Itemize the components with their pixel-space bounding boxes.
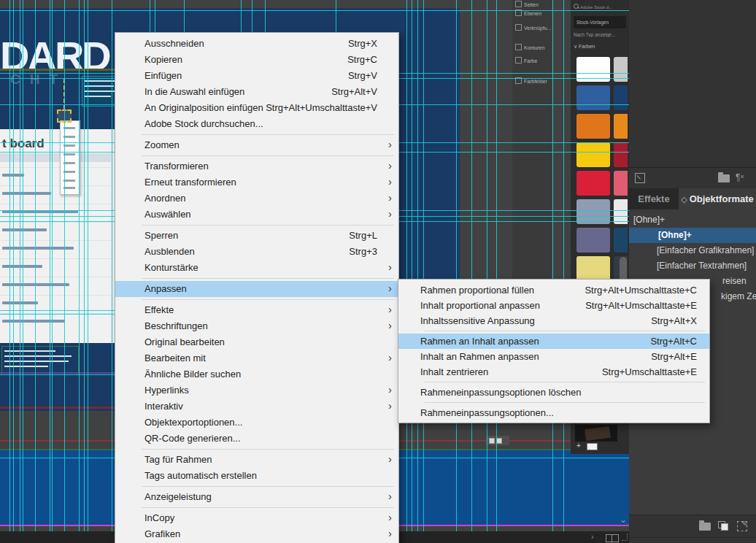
mini-asset-thumbnail [575, 425, 617, 442]
tab-objektformate[interactable]: ◇Objektformate [679, 188, 756, 209]
menu-separator [115, 153, 398, 158]
menu-separator [398, 380, 709, 385]
mini-dock-item-seiten: Seiten [515, 1, 539, 8]
menu-item-inhalt-proportional-anpassen[interactable]: Inhalt proportional anpassenStrg+Alt+Ums… [398, 298, 709, 313]
menu-item-anzeigeleistung[interactable]: Anzeigeleistung› [115, 489, 398, 505]
menu-item-qr-code-generieren[interactable]: QR-Code generieren... [115, 431, 398, 447]
menu-item-zoomen[interactable]: Zoomen› [115, 137, 398, 153]
menu-item-adobe-stock-durchsuchen[interactable]: Adobe Stock durchsuchen... [115, 116, 398, 132]
redefine-style-icon[interactable] [737, 521, 747, 531]
submenu-arrow-icon: › [388, 525, 392, 542]
menu-item-ausblenden[interactable]: AusblendenStrg+3 [115, 244, 398, 260]
menu-item-original-bearbeiten[interactable]: Original bearbeiten [115, 334, 398, 350]
vertical-guide [552, 0, 553, 531]
menu-item-konturstärke[interactable]: Konturstärke› [115, 260, 398, 276]
clear-overrides-icon[interactable]: ¶× [736, 173, 744, 182]
menu-item-beschriftungen[interactable]: Beschriftungen› [115, 318, 398, 334]
submenu-arrow-icon: › [388, 317, 392, 334]
menu-item-label: InCopy [144, 510, 174, 526]
menu-separator [398, 400, 709, 405]
vertical-guide [20, 0, 20, 531]
resize-grip-icon[interactable] [622, 534, 628, 541]
relink-icon[interactable] [635, 173, 645, 183]
menu-item-inhalt-zentrieren[interactable]: Inhalt zentrierenStrg+Umschalttaste+E [398, 364, 709, 380]
menu-item-interaktiv[interactable]: Interaktiv› [115, 398, 398, 415]
menu-item-in-die-auswahl-einfügen[interactable]: In die Auswahl einfügenStrg+Alt+V [115, 84, 398, 100]
menu-item-tag-für-rahmen[interactable]: Tag für Rahmen› [115, 452, 398, 468]
menu-item-label: Rahmeneinpassungsoptionen löschen [420, 385, 581, 400]
color-swatch [576, 256, 610, 281]
menu-item-label: Anordnen [144, 190, 185, 207]
color-swatch [614, 228, 628, 253]
new-object-style-icon[interactable] [718, 521, 728, 530]
color-swatch [576, 114, 610, 139]
mini-dock-item-farbe: Farbe [515, 57, 537, 64]
mini-table-line [0, 222, 111, 223]
menu-item-einfügen[interactable]: EinfügenStrg+V [115, 68, 398, 84]
object-style-row-einfacher-textrahmen[interactable]: [Einfacher Textrahmen] [629, 258, 756, 274]
menu-item-sperren[interactable]: SperrenStrg+L [115, 228, 398, 244]
new-style-group-icon[interactable] [699, 523, 711, 531]
menu-item-label: Tag für Rahmen [144, 452, 212, 468]
spread-view-icon[interactable] [606, 534, 619, 542]
menu-item-rahmen-an-inhalt-anpassen[interactable]: Rahmen an Inhalt anpassenStrg+Alt+C [398, 334, 709, 349]
mini-dropdown-popup [60, 120, 80, 195]
menu-item-ähnliche-bilder-suchen[interactable]: Ähnliche Bilder suchen [115, 366, 398, 382]
menu-item-label: Hyperlinks [144, 382, 189, 398]
mini-table-line [0, 204, 111, 204]
menu-item-kopieren[interactable]: KopierenStrg+C [115, 52, 398, 68]
vertical-guide [52, 0, 53, 531]
menu-item-ausschneiden[interactable]: AusschneidenStrg+X [115, 36, 398, 52]
next-page-icon[interactable]: › [591, 532, 594, 541]
menu-item-shortcut: Strg+X [348, 36, 377, 52]
mini-stock-button: Stock-Vorlagen [574, 16, 626, 28]
menu-item-shortcut: Strg+3 [349, 244, 377, 260]
color-swatch [576, 228, 610, 253]
submenu-arrow-icon: › [388, 259, 392, 275]
submenu-arrow-icon: › [388, 509, 392, 525]
folder-icon[interactable] [718, 174, 730, 182]
menu-separator [115, 297, 398, 302]
menu-item-tags-automatisch-erstellen[interactable]: Tags automatisch erstellen [115, 468, 398, 484]
menu-item-shortcut: Strg+Alt+Umschalttaste+C [585, 282, 697, 298]
menu-item-label: Rahmen proportional füllen [420, 282, 534, 298]
object-style-row-einfacher-grafikrahmen[interactable]: [Einfacher Grafikrahmen] [629, 243, 756, 258]
menu-item-label: Inhalt zentrieren [420, 364, 488, 380]
menu-item-hyperlinks[interactable]: Hyperlinks› [115, 382, 398, 398]
menu-item-bearbeiten-mit[interactable]: Bearbeiten mit› [115, 350, 398, 366]
menu-item-label: Sperren [144, 228, 178, 244]
menu-item-label: Transformieren [144, 158, 209, 174]
menu-item-shortcut: Strg+Alt+V [331, 84, 377, 100]
mini-table-text [2, 320, 65, 323]
menu-item-inhaltssensitive-anpassung[interactable]: Inhaltssensitive AnpassungStrg+Alt+X [398, 313, 709, 328]
menu-item-rahmeneinpassungsoptionen-löschen[interactable]: Rahmeneinpassungsoptionen löschen [398, 385, 709, 400]
menu-item-rahmen-proportional-füllen[interactable]: Rahmen proportional füllenStrg+Alt+Umsch… [398, 282, 709, 298]
menu-separator [115, 132, 398, 137]
menu-item-effekte[interactable]: Effekte› [115, 302, 398, 318]
menu-item-an-originalposition-einfügen[interactable]: An Originalposition einfügenStrg+Alt+Ums… [115, 100, 398, 116]
menu-item-objektexportoptionen[interactable]: Objektexportoptionen... [115, 415, 398, 431]
menu-item-label: Original bearbeiten [144, 334, 225, 350]
scroll-down-icon[interactable]: ⌄ [617, 515, 629, 525]
menu-item-anordnen[interactable]: Anordnen› [115, 190, 398, 207]
menu-item-shortcut: Strg+Alt+C [650, 334, 697, 349]
mini-table-line [0, 295, 111, 296]
menu-item-auswählen[interactable]: Auswählen› [115, 207, 398, 223]
menu-item-erneut-transformieren[interactable]: Erneut transformieren› [115, 174, 398, 190]
tab-effekte[interactable]: Effekte [629, 188, 679, 209]
menu-item-label: Grafiken [144, 526, 180, 542]
menu-item-label: Inhalt an Rahmen anpassen [420, 349, 539, 364]
menu-item-shortcut: Strg+Alt+E [651, 349, 697, 364]
menu-item-anpassen[interactable]: Anpassen› [115, 281, 398, 297]
object-style-row-ohne[interactable]: [Ohne]+ [629, 228, 756, 243]
color-swatch [576, 85, 610, 110]
vertical-guide [88, 0, 88, 531]
menu-item-incopy[interactable]: InCopy› [115, 510, 398, 526]
mini-dock-item-konturen: Konturen [515, 44, 544, 51]
menu-item-transformieren[interactable]: Transformieren› [115, 158, 398, 174]
menu-item-rahmeneinpassungsoptionen[interactable]: Rahmeneinpassungsoptionen... [398, 405, 709, 420]
vertical-guide [406, 0, 407, 531]
menu-item-grafiken[interactable]: Grafiken› [115, 526, 398, 542]
color-swatch [576, 142, 610, 167]
menu-item-inhalt-an-rahmen-anpassen[interactable]: Inhalt an Rahmen anpassenStrg+Alt+E [398, 349, 709, 364]
